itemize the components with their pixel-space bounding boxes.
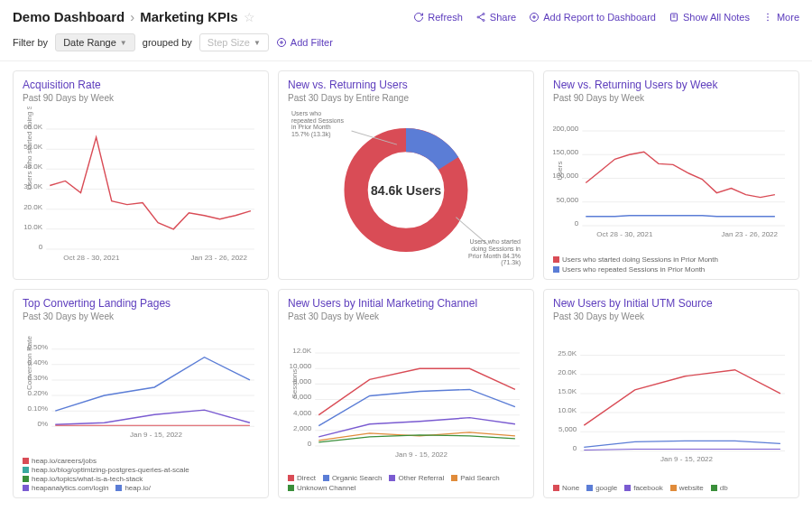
svg-point-2 bbox=[483, 19, 484, 21]
x-tick: Jan 23 - 26, 2022 bbox=[190, 254, 247, 262]
breadcrumb-root[interactable]: Demo Dashboard bbox=[13, 9, 125, 24]
svg-text:0.40%: 0.40% bbox=[27, 358, 48, 367]
card-title[interactable]: New vs. Returning Users by Week bbox=[553, 79, 789, 91]
line-chart: Users who started doing Sessions in Prio… bbox=[23, 107, 259, 274]
svg-text:30.0K: 30.0K bbox=[23, 182, 43, 190]
y-ticks: 050,000 100,000150,000 200,000 bbox=[553, 125, 579, 228]
filter-bar: Filter by Date Range▼ grouped by Step Si… bbox=[0, 30, 812, 61]
page-title: Marketing KPIs bbox=[140, 9, 237, 24]
date-range-select[interactable]: Date Range▼ bbox=[55, 33, 135, 51]
share-icon bbox=[475, 12, 486, 23]
x-tick: Jan 9 - 15, 2022 bbox=[660, 455, 714, 463]
svg-text:25.0K: 25.0K bbox=[558, 349, 577, 358]
svg-point-0 bbox=[483, 13, 484, 14]
card-top-converting-landing-pages: Top Converting Landing Pages Past 30 Day… bbox=[13, 289, 269, 498]
y-ticks: 0 10.0K 20.0K 30.0K 40.0K 50.0K 60.0K bbox=[23, 123, 43, 251]
card-title[interactable]: Acquisition Rate bbox=[23, 79, 259, 91]
show-notes-button[interactable]: Show All Notes bbox=[669, 12, 750, 23]
svg-text:0: 0 bbox=[308, 440, 312, 448]
svg-text:10.0K: 10.0K bbox=[23, 223, 43, 231]
card-acquisition-rate: Acquisition Rate Past 90 Days by Week Us… bbox=[13, 70, 269, 280]
donut-segment-label: Users who started doing Sessions in Prio… bbox=[466, 238, 521, 266]
x-tick: Jan 9 - 15, 2022 bbox=[130, 431, 183, 439]
step-size-select[interactable]: Step Size▼ bbox=[199, 33, 269, 51]
svg-text:0.10%: 0.10% bbox=[27, 404, 48, 413]
line-chart: 05,00010.0K15.0K20.0K25.0K Jan 9 - 15, 2… bbox=[553, 325, 789, 482]
legend: Users who started doing Sessions in Prio… bbox=[553, 254, 789, 274]
svg-text:10,000: 10,000 bbox=[290, 362, 312, 370]
add-filter-button[interactable]: Add Filter bbox=[276, 37, 333, 48]
card-new-users-channel: New Users by Initial Marketing Channel P… bbox=[278, 289, 534, 498]
svg-text:6,000: 6,000 bbox=[293, 394, 312, 402]
legend: None google facebook website db bbox=[553, 482, 789, 492]
x-tick: Jan 9 - 15, 2022 bbox=[395, 450, 448, 459]
donut-segment-label: Users who repeated Sessions in Prior Mon… bbox=[291, 110, 346, 138]
more-icon bbox=[762, 12, 773, 23]
svg-text:15.0K: 15.0K bbox=[558, 387, 577, 395]
legend: heap.io/careers/jobs heap.io/blog/optimi… bbox=[23, 455, 259, 492]
refresh-icon bbox=[413, 12, 424, 23]
refresh-button[interactable]: Refresh bbox=[413, 12, 463, 23]
svg-text:12.0K: 12.0K bbox=[292, 347, 312, 355]
svg-text:2,000: 2,000 bbox=[293, 424, 312, 432]
svg-text:10.0K: 10.0K bbox=[558, 406, 577, 414]
x-tick: Oct 28 - 30, 2021 bbox=[63, 254, 120, 262]
svg-text:20.0K: 20.0K bbox=[23, 203, 43, 211]
series-line bbox=[586, 216, 775, 217]
svg-point-7 bbox=[767, 19, 769, 21]
line-chart: Sessions 02,0004,0006,0008,00010,00012.0… bbox=[288, 325, 524, 472]
svg-text:40.0K: 40.0K bbox=[23, 162, 43, 171]
card-title[interactable]: Top Converting Landing Pages bbox=[23, 297, 259, 310]
grouped-by-label: grouped by bbox=[143, 37, 192, 48]
gridlines bbox=[46, 129, 254, 249]
add-report-button[interactable]: Add Report to Dashboard bbox=[529, 12, 656, 23]
chart-area: 84.6k Users Users who repeated Sessions … bbox=[288, 107, 524, 274]
chart-area: 05,00010.0K15.0K20.0K25.0K Jan 9 - 15, 2… bbox=[553, 325, 789, 482]
card-title[interactable]: New Users by Initial UTM Source bbox=[553, 297, 789, 310]
card-subtitle: Past 30 Days by Entire Range bbox=[288, 93, 524, 103]
chevron-right-icon: › bbox=[130, 9, 134, 24]
card-title[interactable]: New Users by Initial Marketing Channel bbox=[288, 297, 524, 310]
series-line bbox=[586, 152, 775, 197]
note-icon bbox=[669, 12, 679, 23]
plus-circle-icon bbox=[529, 12, 540, 23]
svg-text:150,000: 150,000 bbox=[553, 148, 579, 156]
x-tick: Oct 28 - 30, 2021 bbox=[596, 230, 653, 238]
svg-text:100,000: 100,000 bbox=[553, 172, 579, 180]
line-chart: Conversion Rate 0%0.10% 0.20%0.30% 0.40%… bbox=[23, 325, 259, 455]
chart-area: Users who started doing Sessions in Prio… bbox=[23, 107, 259, 274]
svg-text:0: 0 bbox=[39, 243, 43, 251]
svg-text:0: 0 bbox=[573, 444, 577, 452]
svg-point-6 bbox=[767, 16, 769, 18]
chart-area: Sessions 02,0004,0006,0008,00010,00012.0… bbox=[288, 325, 524, 472]
card-subtitle: Past 90 Days by Week bbox=[553, 93, 789, 103]
svg-text:50.0K: 50.0K bbox=[23, 143, 43, 151]
series-line bbox=[50, 137, 251, 229]
card-subtitle: Past 30 Days by Week bbox=[288, 311, 524, 321]
svg-text:5,000: 5,000 bbox=[558, 425, 577, 433]
legend: Direct Organic Search Other Referral Pai… bbox=[288, 472, 524, 492]
svg-text:0.30%: 0.30% bbox=[27, 374, 48, 382]
svg-text:0%: 0% bbox=[38, 420, 49, 428]
svg-text:8,000: 8,000 bbox=[293, 377, 312, 385]
plus-circle-icon bbox=[276, 37, 287, 48]
chevron-down-icon: ▼ bbox=[254, 39, 261, 47]
chart-area: Users 050,000 100,000150,000 200,000 Oct… bbox=[553, 107, 789, 254]
filter-by-label: Filter by bbox=[13, 37, 48, 48]
card-subtitle: Past 30 Days by Week bbox=[553, 311, 789, 321]
share-button[interactable]: Share bbox=[475, 12, 516, 23]
star-icon[interactable]: ☆ bbox=[244, 10, 255, 24]
svg-text:200,000: 200,000 bbox=[553, 125, 579, 133]
chevron-down-icon: ▼ bbox=[120, 39, 127, 47]
more-button[interactable]: More bbox=[762, 12, 799, 23]
svg-text:0.20%: 0.20% bbox=[27, 389, 48, 397]
svg-text:50,000: 50,000 bbox=[557, 196, 579, 204]
svg-text:20.0K: 20.0K bbox=[558, 368, 577, 376]
chart-area: Conversion Rate 0%0.10% 0.20%0.30% 0.40%… bbox=[23, 325, 259, 455]
svg-text:0.50%: 0.50% bbox=[27, 343, 48, 351]
x-tick: Jan 23 - 26, 2022 bbox=[721, 230, 778, 238]
card-subtitle: Past 90 Days by Week bbox=[23, 93, 259, 103]
donut-center-label: 84.6k Users bbox=[371, 183, 441, 198]
card-new-users-utm: New Users by Initial UTM Source Past 30 … bbox=[543, 289, 799, 498]
card-title[interactable]: New vs. Returning Users bbox=[288, 79, 524, 91]
